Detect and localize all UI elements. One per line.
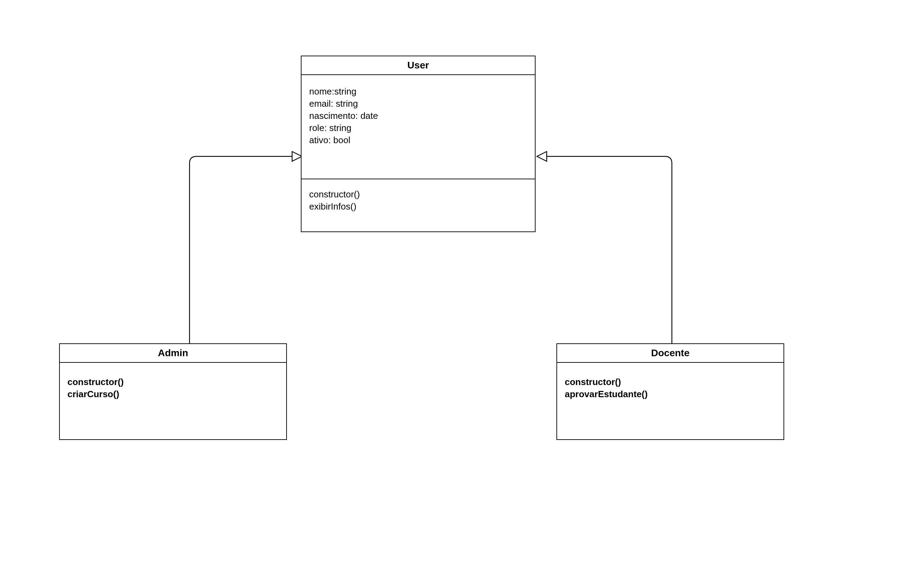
attribute: role: string [309, 122, 527, 134]
uml-diagram-canvas: User nome:string email: string nasciment… [0, 0, 924, 572]
attribute: nome:string [309, 85, 527, 98]
class-user-attributes: nome:string email: string nascimento: da… [302, 75, 535, 179]
method: constructor() [67, 376, 279, 388]
generalization-docente-to-user [537, 152, 672, 344]
attribute: email: string [309, 98, 527, 110]
class-docente-title: Docente [557, 344, 784, 363]
class-user-title: User [302, 56, 535, 75]
method: criarCurso() [67, 388, 279, 400]
class-admin: Admin constructor() criarCurso() [59, 344, 287, 440]
class-docente: Docente constructor() aprovarEstudante() [556, 344, 784, 440]
class-user: User nome:string email: string nasciment… [301, 56, 536, 232]
class-user-methods: constructor() exibirInfos() [302, 179, 535, 232]
method: aprovarEstudante() [565, 388, 776, 400]
attribute: ativo: bool [309, 134, 527, 146]
class-docente-methods: constructor() aprovarEstudante() [557, 363, 784, 439]
attribute: nascimento: date [309, 110, 527, 122]
class-admin-title: Admin [60, 344, 286, 363]
generalization-admin-to-user [190, 152, 302, 344]
method: constructor() [565, 376, 776, 388]
method: exibirInfos() [309, 201, 527, 213]
class-admin-methods: constructor() criarCurso() [60, 363, 286, 439]
method: constructor() [309, 188, 527, 201]
